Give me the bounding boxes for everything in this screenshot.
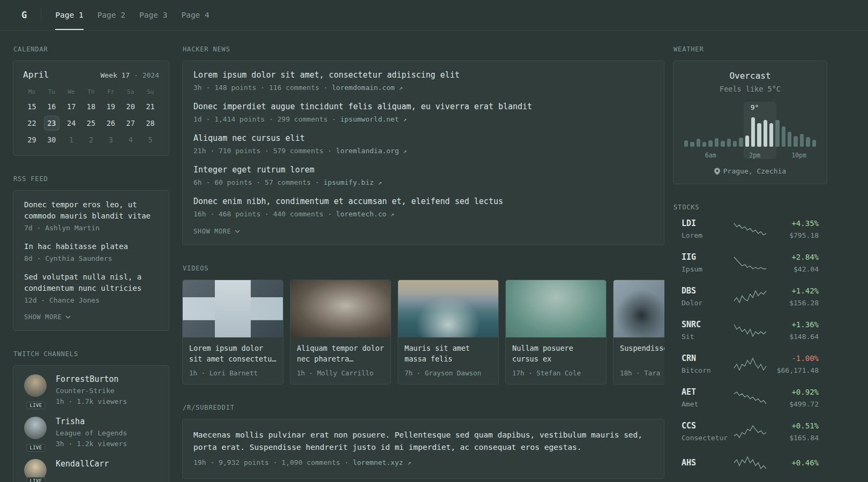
- rss-item-title[interactable]: Sed volutpat nulla nisl, a condimentum n…: [24, 272, 158, 294]
- hn-item-title[interactable]: Integer eget rutrum lorem: [193, 164, 653, 176]
- weather-card: Overcast Feels like 5°C 9° 6am2pm10pm Pr…: [673, 61, 827, 184]
- tab-page-1[interactable]: Page 1: [48, 0, 90, 30]
- twitch-widget: TWITCH CHANNELS LIVEForrestBurtonCounter…: [13, 350, 169, 482]
- stock-sparkline: [733, 322, 767, 338]
- subreddit-post-title[interactable]: Maecenas mollis pulvinar erat non posuer…: [193, 429, 653, 454]
- calendar-dayname: Mo: [22, 88, 42, 100]
- stock-name: Amet: [682, 400, 733, 409]
- stock-spark-cell: [733, 221, 767, 237]
- stock-id: AETAmet: [682, 387, 733, 409]
- video-title[interactable]: Nullam posuere cursus ex: [512, 343, 600, 364]
- stock-id: IIGIpsum: [682, 252, 733, 274]
- stock-name: Dolor: [682, 298, 733, 307]
- source-link[interactable]: loremnet.xyz ↗: [353, 458, 411, 466]
- rss-item-meta: 12d · Chance Jones: [24, 296, 158, 305]
- hn-item-title[interactable]: Donec enim nibh, condimentum et accumsan…: [193, 196, 653, 207]
- stock-row: SNRCSit+1.36%$148.64: [673, 320, 827, 341]
- stocks-widget-title: STOCKS: [674, 204, 827, 211]
- external-link-icon: ↗: [403, 147, 407, 155]
- video-thumbnail[interactable]: [290, 280, 391, 337]
- source-link[interactable]: loremtech.co ↗: [336, 210, 394, 218]
- weather-condition: Overcast: [682, 71, 818, 81]
- source-link[interactable]: ipsumworld.net ↗: [340, 115, 407, 123]
- stock-sparkline: [733, 255, 767, 271]
- calendar-day: 26: [101, 116, 121, 130]
- stock-row: CCSConsectetur+0.51%$165.84: [673, 421, 827, 442]
- stocks-widget: STOCKS LDILorem+4.35%$795.18IIGIpsum+2.8…: [673, 204, 827, 471]
- twitch-channel-row[interactable]: LIVEForrestBurtonCounter-Strike1h · 1.7k…: [24, 374, 158, 406]
- tab-page-4[interactable]: Page 4: [174, 0, 216, 30]
- app-logo[interactable]: G: [21, 9, 41, 21]
- calendar-day: 29: [22, 133, 42, 147]
- calendar-day: 24: [62, 116, 81, 130]
- source-link[interactable]: loremlandia.org ↗: [336, 147, 407, 155]
- calendar-day: 27: [121, 116, 140, 130]
- video-thumbnail[interactable]: [613, 280, 664, 337]
- weather-temp-label: 9°: [751, 103, 759, 111]
- stock-symbol: LDI: [682, 219, 733, 229]
- video-title[interactable]: Suspendisse diam: [620, 343, 664, 364]
- right-column: WEATHER Overcast Feels like 5°C 9° 6am2p…: [673, 46, 827, 482]
- video-title[interactable]: Aliquam tempor dolor nec pharetra…: [297, 343, 384, 364]
- video-card[interactable]: Mauris sit amet massa felis7h · Grayson …: [398, 280, 499, 385]
- stock-change: +4.35%: [767, 219, 819, 229]
- calendar-day: 20: [121, 100, 140, 114]
- stock-values: +2.84%$42.04: [767, 252, 819, 274]
- weather-bar: [800, 134, 804, 147]
- twitch-channel-name[interactable]: Trisha: [56, 417, 127, 427]
- video-thumbnail[interactable]: [506, 280, 606, 337]
- weather-time-label: 10pm: [791, 152, 806, 159]
- rss-list: Donec tempor eros leo, ut commodo mauris…: [24, 199, 158, 305]
- source-link[interactable]: ipsumify.biz ↗: [324, 178, 382, 186]
- chevron-down-icon: [235, 230, 240, 233]
- video-card[interactable]: Lorem ipsum dolor sit amet consectetu…1h…: [182, 280, 283, 385]
- stock-change: +2.84%: [767, 252, 819, 262]
- avatar: [24, 374, 47, 397]
- stock-spark-cell: [733, 455, 767, 471]
- video-body: Mauris sit amet massa felis7h · Grayson …: [398, 337, 498, 384]
- stock-symbol: CRN: [682, 353, 733, 364]
- video-title[interactable]: Lorem ipsum dolor sit amet consectetu…: [189, 343, 276, 364]
- calendar-dayname: Su: [140, 88, 160, 100]
- weather-time-label: 2pm: [749, 152, 760, 159]
- video-thumbnail[interactable]: [398, 280, 498, 337]
- calendar-day: 15: [22, 100, 42, 114]
- video-title[interactable]: Mauris sit amet massa felis: [405, 343, 492, 364]
- calendar-daynames-row: MoTuWeThFrSaSu: [22, 88, 160, 100]
- stock-symbol: CCS: [682, 421, 733, 431]
- calendar-day: 2: [81, 133, 101, 147]
- hackernews-card: Lorem ipsum dolor sit amet, consectetur …: [182, 61, 664, 245]
- hackernews-show-more-button[interactable]: SHOW MORE: [193, 228, 240, 235]
- video-card[interactable]: Nullam posuere cursus ex17h · Stefan Col…: [505, 280, 607, 385]
- stock-id: DBSDolor: [682, 286, 733, 307]
- twitch-channel-name[interactable]: KendallCarr: [56, 459, 109, 469]
- video-meta: 7h · Grayson Dawson: [405, 368, 492, 378]
- calendar-day: 21: [140, 100, 160, 114]
- twitch-channel-name[interactable]: ForrestBurton: [56, 374, 127, 385]
- tab-page-2[interactable]: Page 2: [91, 0, 132, 30]
- stock-spark-cell: [733, 322, 767, 338]
- weather-widget-title: WEATHER: [674, 46, 827, 53]
- tab-page-3[interactable]: Page 3: [132, 0, 174, 30]
- video-meta: 1h · Lori Barnett: [189, 368, 276, 378]
- source-link[interactable]: loremdomain.com ↗: [332, 84, 402, 92]
- calendar-week-year: Week 17 · 2024: [100, 71, 159, 79]
- subreddit-post-meta: 19h · 9,932 points · 1,090 comments · lo…: [193, 458, 653, 468]
- hn-item-title[interactable]: Lorem ipsum dolor sit amet, consectetur …: [193, 70, 653, 81]
- hn-item-title[interactable]: Donec imperdiet augue tincidunt felis al…: [193, 101, 653, 112]
- video-thumbnail[interactable]: [183, 280, 283, 337]
- weather-bar: [708, 140, 712, 147]
- video-card[interactable]: Aliquam tempor dolor nec pharetra…1h · M…: [290, 280, 391, 385]
- rss-show-more-button[interactable]: SHOW MORE: [24, 313, 71, 321]
- hn-item-title[interactable]: Aliquam nec cursus elit: [193, 133, 653, 144]
- rss-item-title[interactable]: In hac habitasse platea: [24, 241, 158, 252]
- twitch-channel-row[interactable]: LIVEKendallCarr: [24, 459, 158, 481]
- calendar-dayname: Tu: [42, 88, 62, 100]
- twitch-channel-row[interactable]: LIVETrishaLeague of Legends3h · 1.2k vie…: [24, 417, 158, 448]
- twitch-avatar-wrap: LIVE: [24, 417, 48, 448]
- rss-item-title[interactable]: Donec tempor eros leo, ut commodo mauris…: [24, 199, 158, 222]
- weather-bar: [684, 140, 688, 147]
- video-card[interactable]: Suspendisse diam18h · Tara: [613, 280, 664, 385]
- stock-values: +0.92%$499.72: [767, 387, 819, 409]
- stock-sparkline: [733, 356, 767, 372]
